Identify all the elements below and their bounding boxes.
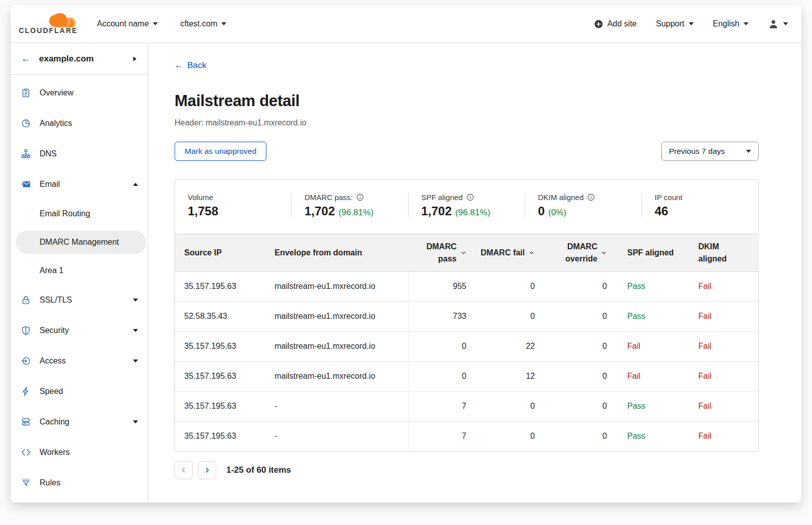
sidebar: ← example.com Overview Analytics DNS: [11, 43, 148, 503]
pie-chart-icon: [21, 118, 31, 128]
cache-stack-icon: [21, 417, 31, 427]
toolbar: Mark as unapproved Previous 7 days: [175, 142, 759, 161]
dmarc-override-cell: 0: [539, 391, 611, 421]
dmarc-override-cell: 0: [539, 362, 611, 391]
sidebar-site-header[interactable]: ← example.com: [11, 43, 148, 75]
dkim-status-cell: Fail: [690, 332, 759, 362]
pagination-summary: 1-25 of 60 items: [226, 465, 291, 475]
table-row: 35.157.195.63 - 7 0 0 Pass Fail: [175, 421, 759, 451]
info-icon[interactable]: [356, 193, 364, 201]
chevron-down-icon: [783, 22, 788, 25]
stat-dmarc-pass: DMARC pass: 1,702 (96.81%): [291, 193, 408, 218]
col-dmarc-fail[interactable]: DMARC fail: [470, 234, 539, 272]
envelope-icon: [21, 179, 31, 189]
table-row: 52.58.35.43 mailstream-eu1.mxrecord.io 7…: [175, 302, 759, 332]
sidebar-item-label: Area 1: [40, 266, 63, 275]
table-row: 35.157.195.63 - 7 0 0 Pass Fail: [175, 391, 759, 421]
sidebar-item-overview[interactable]: Overview: [11, 78, 148, 108]
sidebar-item-email[interactable]: Email: [11, 169, 148, 200]
report-table: Source IP Envelope from domain DMARC pas…: [175, 234, 759, 451]
prev-page-button[interactable]: [175, 461, 193, 479]
next-page-button[interactable]: [198, 461, 216, 479]
chevron-right-icon: [204, 467, 211, 474]
sidebar-item-rules[interactable]: Rules: [11, 468, 148, 498]
sort-chevron-icon: [601, 249, 607, 256]
col-label: DMARC override: [539, 241, 597, 264]
page-title: Mailstream detail: [175, 92, 759, 110]
dkim-status-cell: Fail: [690, 391, 759, 421]
sidebar-item-security[interactable]: Security: [11, 315, 148, 346]
sort-chevron-icon: [528, 249, 535, 256]
chevron-down-icon: [132, 298, 139, 302]
source-ip-cell: 35.157.195.63: [175, 362, 275, 391]
account-menu-label: Account name: [97, 19, 149, 28]
chevron-down-icon: [132, 359, 139, 363]
dmarc-fail-cell: 12: [470, 362, 539, 391]
sidebar-item-access[interactable]: Access: [11, 346, 148, 376]
col-envelope: Envelope from domain: [275, 234, 409, 272]
app-window: CLOUDFLARE Account name cftest.com Add s…: [11, 5, 801, 503]
cloudflare-logo[interactable]: CLOUDFLARE: [19, 13, 78, 35]
envelope-cell: -: [275, 391, 409, 421]
support-menu[interactable]: Support: [656, 19, 693, 28]
lightning-icon: [21, 386, 31, 397]
sidebar-item-speed[interactable]: Speed: [11, 376, 148, 407]
dmarc-fail-cell: 0: [470, 421, 539, 451]
main-content: ← Back Mailstream detail Header: mailstr…: [148, 43, 801, 503]
user-menu[interactable]: [768, 18, 788, 29]
sidebar-item-workers[interactable]: Workers: [11, 437, 148, 468]
chevron-up-icon: [132, 182, 139, 186]
table-row: 35.157.195.63 mailstream-eu1.mxrecord.io…: [175, 362, 759, 391]
site-menu[interactable]: cftest.com: [180, 19, 226, 28]
stat-value: 1,702: [304, 204, 335, 218]
account-menu[interactable]: Account name: [97, 19, 158, 28]
dkim-status-cell: Fail: [690, 302, 759, 332]
source-ip-cell: 52.58.35.43: [175, 302, 275, 332]
stat-label: IP count: [655, 193, 683, 202]
funnel-icon: [21, 478, 31, 488]
dmarc-pass-cell: 0: [409, 362, 470, 391]
dmarc-pass-cell: 733: [409, 302, 470, 332]
user-icon: [768, 18, 779, 29]
col-dmarc-override[interactable]: DMARC override: [539, 234, 611, 272]
sidebar-item-dmarc-management[interactable]: DMARC Management: [16, 231, 146, 254]
dmarc-override-cell: 0: [539, 302, 611, 332]
spf-status-cell: Pass: [611, 302, 690, 332]
page-subtitle: Header: mailstream-eu1.mxrecord.io: [175, 118, 759, 127]
angle-brackets-icon: [21, 447, 31, 457]
dmarc-pass-cell: 7: [409, 421, 470, 451]
support-label: Support: [656, 19, 684, 28]
mark-unapproved-button[interactable]: Mark as unapproved: [175, 142, 266, 161]
spf-status-cell: Fail: [611, 332, 690, 362]
dkim-status-cell: Fail: [690, 421, 759, 451]
date-range-select[interactable]: Previous 7 days: [661, 142, 759, 161]
spf-status-cell: Pass: [611, 272, 690, 302]
sort-chevron-icon: [460, 249, 466, 256]
stat-value: 46: [655, 204, 668, 218]
sidebar-item-analytics[interactable]: Analytics: [11, 108, 148, 139]
chevron-down-icon: [746, 150, 751, 153]
dmarc-override-cell: 0: [539, 332, 611, 362]
sidebar-item-dns[interactable]: DNS: [11, 139, 148, 169]
add-site-button[interactable]: Add site: [594, 19, 637, 29]
stat-percent: (0%): [548, 208, 566, 218]
dmarc-override-cell: 0: [539, 421, 611, 451]
table-header-row: Source IP Envelope from domain DMARC pas…: [175, 234, 759, 272]
stat-label: SPF aligned: [421, 193, 463, 202]
language-menu[interactable]: English: [713, 19, 749, 28]
sidebar-item-email-routing[interactable]: Email Routing: [11, 200, 148, 228]
stat-label: Volume: [188, 193, 213, 202]
sidebar-item-label: SSL/TLS: [40, 296, 72, 305]
back-arrow-icon: ←: [175, 60, 183, 71]
sidebar-item-label: Workers: [40, 448, 70, 457]
col-dmarc-pass[interactable]: DMARC pass: [409, 234, 470, 272]
col-label: DMARC fail: [481, 247, 525, 258]
sidebar-item-area1[interactable]: Area 1: [11, 256, 148, 285]
back-link[interactable]: ← Back: [175, 60, 207, 71]
sidebar-item-ssl-tls[interactable]: SSL/TLS: [11, 285, 148, 315]
info-icon[interactable]: [587, 193, 595, 201]
sidebar-item-label: Speed: [40, 387, 63, 396]
stat-percent: (96.81%): [339, 208, 374, 218]
info-icon[interactable]: [466, 193, 474, 201]
sidebar-item-caching[interactable]: Caching: [11, 407, 148, 437]
